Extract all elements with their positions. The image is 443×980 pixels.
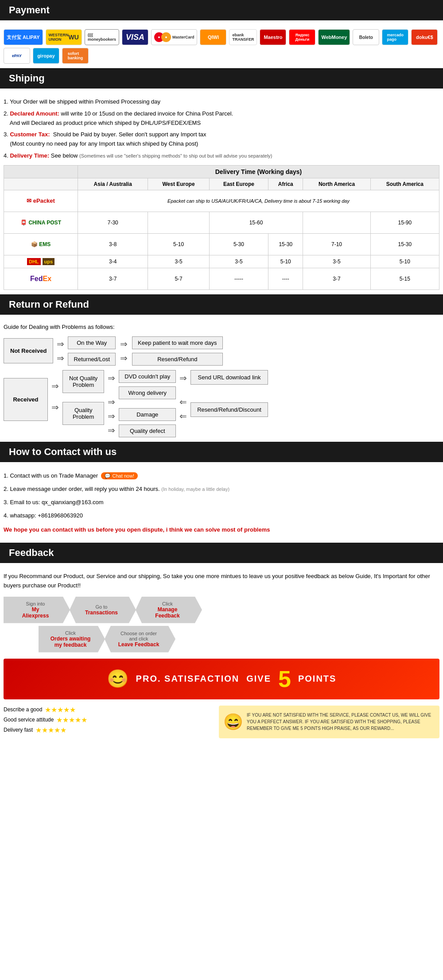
shipping-item-2: 2. Declared Amount: will write 10 or 15u… <box>4 109 439 128</box>
refund-section: Return or Refund Guide for Dealing with … <box>0 294 443 442</box>
satisfaction-points: POINTS <box>298 674 336 684</box>
step3-line1: Click <box>155 601 179 606</box>
table-row: FedEx 3-7 5-7 ----- ---- 3-7 5-15 <box>4 268 439 289</box>
chinapost-asia: 7-30 <box>78 212 148 233</box>
mercadopago-logo: mercadopago <box>382 29 408 45</box>
ems-south-america: 15-30 <box>370 233 439 255</box>
shipping-content: 1. Your Order will be shipped within Pro… <box>0 93 443 294</box>
dhlups-east-europe: 3-5 <box>209 255 268 268</box>
satisfaction-num: 5 <box>278 666 291 692</box>
sofort-logo: sofortbanking <box>62 48 89 64</box>
epacket-logo: ✉ ePacket <box>8 193 74 209</box>
chinapost-north-america <box>303 212 370 233</box>
col-east-europe: East Europe <box>209 178 268 190</box>
shipping-item-3: 3. Customer Tax: Should be Paid by buyer… <box>4 130 439 149</box>
wrong-delivery-box: Wrong delivery <box>119 386 176 399</box>
satisfaction-banner: 😊 PRO. SATISFACTION GIVE 5 POINTS <box>4 659 439 699</box>
dhlups-logo-cell: DHL ups <box>4 255 78 268</box>
col-asia: Asia / Australia <box>78 178 148 190</box>
delivery-table: Delivery Time (Working days) Asia / Aust… <box>4 165 439 290</box>
stars-1: ★★★★★ <box>45 706 76 714</box>
damage-box: Damage <box>119 408 176 421</box>
resend-refund-box: Resend/Refund <box>132 353 223 366</box>
yandex-logo: ЯндексДеньги <box>289 29 315 45</box>
ems-west-europe: 5-10 <box>148 233 209 255</box>
col-south-america: South America <box>370 178 439 190</box>
epacket-logo-cell: ✉ ePacket <box>4 190 78 212</box>
contact-header: How to Contact with us <box>0 442 443 462</box>
dhlups-south-america: 5-10 <box>370 255 439 268</box>
stars-section: Describe a good ★★★★★ Good service attit… <box>4 706 439 738</box>
wu-logo: WESTERNUNION WU <box>46 29 82 45</box>
step-leave-feedback: Choose on orderand click Leave Feedback <box>105 626 175 652</box>
shipping-header: Shiping <box>0 68 443 89</box>
refund-content: Guide for Dealing with Problems as follo… <box>0 319 443 442</box>
contact-item-2: 2. Leave message under order, will reply… <box>4 484 439 494</box>
step2-line2: Transactions <box>85 610 118 616</box>
ems-north-america: 7-10 <box>303 233 370 255</box>
contact-content: 1. Contact with us on Trade Manager 💬 Ch… <box>0 467 443 543</box>
moneybookers-logo: ((((moneybookers <box>85 29 119 45</box>
epay-logo: ePAY <box>4 48 30 64</box>
epacket-note: Epacket can ship to USA/AU/UK/FR/UA/CA, … <box>78 190 439 212</box>
not-received-right: Keep patient to wait more days Resend/Re… <box>132 336 223 366</box>
dhlups-west-europe: 3-5 <box>148 255 209 268</box>
feedback-steps-row2: Click Orders awaitingmy feedback Choose … <box>4 626 439 652</box>
webmoney-logo: WebMoney <box>318 29 350 45</box>
step-manage-feedback: Click ManageFeedback <box>136 597 202 623</box>
ems-asia: 3-8 <box>78 233 148 255</box>
feedback-intro: If you Recommand our Product, our Servic… <box>4 572 439 590</box>
payment-header: Payment <box>0 0 443 20</box>
chinapost-logo: 📮 CHINA POST <box>8 215 74 231</box>
star-row-describe: Describe a good ★★★★★ <box>4 706 215 714</box>
table-header-delivery-time: Delivery Time (Working days) <box>78 165 439 178</box>
step5-line2: Leave Feedback <box>118 641 159 648</box>
quality-defect-box: Quality defect <box>119 424 176 437</box>
star-row-delivery: Delivery fast ★★★★★ <box>4 726 215 734</box>
star-row-service: Good service attitude ★★★★★ <box>4 716 215 724</box>
fedex-logo: FedEx <box>8 271 74 287</box>
send-url-box: Send URL download link <box>190 370 268 385</box>
fedex-logo-cell: FedEx <box>4 268 78 289</box>
ems-logo-cell: 📦 EMS <box>4 233 78 255</box>
star-label-3: Delivery fast <box>4 727 33 733</box>
delivery-time-label: Delivery Time: <box>10 152 49 159</box>
feedback-content: If you Recommand our Product, our Servic… <box>0 567 443 743</box>
giropay-logo: giropay <box>33 48 59 64</box>
payment-section: Payment 支付宝 ALIPAY WESTERNUNION WU ((((m… <box>0 0 443 68</box>
dvd-box: DVD couldn't play <box>119 370 176 383</box>
received-sub-boxes: DVD couldn't play Wrong delivery Damage … <box>119 370 176 437</box>
shipping-section: Shiping 1. Your Order will be shipped wi… <box>0 68 443 294</box>
step3-line2: ManageFeedback <box>155 606 179 619</box>
not-received-mid: On the Way Returned/Lost <box>68 336 116 366</box>
received-mid-boxes: Not QualityProblem QualityProblem <box>62 370 104 425</box>
ems-logo: 📦 EMS <box>8 236 74 252</box>
col-carrier <box>4 178 78 190</box>
dhlups-logo: DHL ups <box>8 258 74 265</box>
customer-tax-label: Customer Tax: <box>10 131 50 138</box>
mid-arrows: ⇒ ⇒ <box>120 339 128 363</box>
col-africa: Africa <box>268 178 303 190</box>
table-row: DHL ups 3-4 3-5 3-5 5-10 3-5 5-10 <box>4 255 439 268</box>
received-final-boxes: Send URL download link Resend/Refund/Dis… <box>190 370 268 417</box>
alipay-logo: 支付宝 ALIPAY <box>4 29 43 45</box>
table-header-carrier <box>4 165 78 178</box>
chinapost-south-america: 15-90 <box>370 212 439 233</box>
contact-note: (In holiday, maybe a little delay) <box>161 486 229 492</box>
step-orders-awaiting: Click Orders awaitingmy feedback <box>39 626 105 652</box>
boleto-logo: Boleto <box>353 29 379 45</box>
refund-guide-title: Guide for Dealing with Problems as follo… <box>4 324 439 330</box>
satisfaction-give: GIVE <box>246 674 271 684</box>
stars-2: ★★★★★ <box>56 716 87 724</box>
step1-line2: MyAliexpress <box>22 606 49 619</box>
dhlups-africa: 5-10 <box>268 255 303 268</box>
contact-item-1: 1. Contact with us on Trade Manager 💬 Ch… <box>4 471 439 481</box>
feedback-section: Feedback If you Recommand our Product, o… <box>0 543 443 743</box>
step1-line1: Sign into <box>22 601 49 606</box>
star-label-1: Describe a good <box>4 706 42 713</box>
ems-east-europe: 5-30 <box>209 233 268 255</box>
stars-left: Describe a good ★★★★★ Good service attit… <box>4 706 215 738</box>
dhlups-asia: 3-4 <box>78 255 148 268</box>
fedex-north-america: 3-7 <box>303 268 370 289</box>
contact-item-3: 3. Email to us: qx_qianxiang@163.com <box>4 498 439 507</box>
